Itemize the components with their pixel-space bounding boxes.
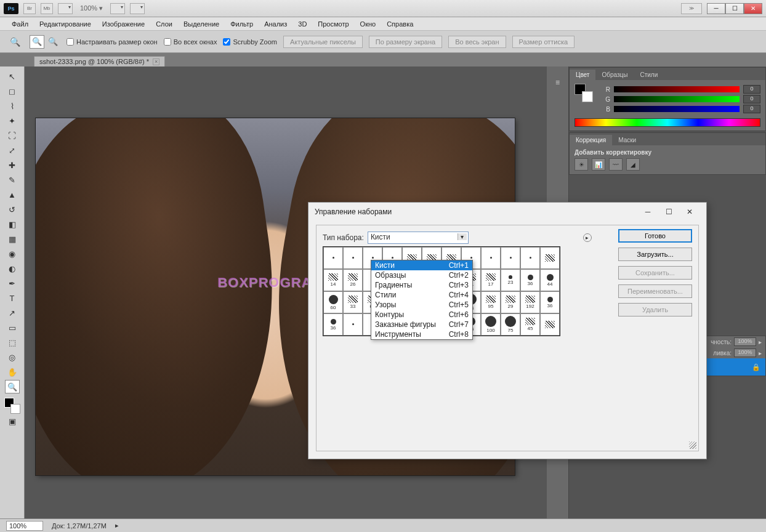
path-select-tool[interactable]: ↗ [5,306,20,320]
heal-tool[interactable]: ✚ [5,158,20,172]
eraser-tool[interactable]: ◧ [5,217,20,231]
dialog-maximize-icon[interactable]: ☐ [658,204,679,219]
brush-preset[interactable] [343,247,363,269]
collapse-icon[interactable]: ≫ [681,3,702,14]
delete-button[interactable]: Удалить [618,303,692,316]
brush-preset[interactable] [481,247,501,269]
rename-button[interactable]: Переименовать... [618,284,692,298]
brush-preset[interactable] [540,247,560,269]
fill-value[interactable]: 100% [734,349,756,357]
g-value[interactable]: 0 [743,95,760,103]
maximize-button[interactable]: ☐ [725,3,744,14]
load-button[interactable]: Загрузить... [618,248,692,261]
hand-tool[interactable]: ✋ [5,365,20,379]
menu-view[interactable]: Просмотр [312,18,354,30]
fit-screen-button[interactable]: По размеру экрана [369,36,442,48]
brush-preset[interactable]: 75 [501,313,520,336]
zoom-in-icon[interactable]: 🔍 [30,35,44,49]
opacity-value[interactable]: 100% [734,337,756,346]
minimize-button[interactable]: ─ [707,3,725,14]
crop-tool[interactable]: ⛶ [5,129,20,142]
tab-masks[interactable]: Маски [612,135,642,145]
brush-preset[interactable]: 26 [343,269,363,291]
menu-file[interactable]: Файл [6,18,34,30]
menu-help[interactable]: Справка [381,18,419,30]
stamp-tool[interactable]: ▲ [5,188,20,201]
scrubby-zoom-check[interactable]: Scrubby Zoom [223,38,277,46]
tab-color[interactable]: Цвет [570,70,595,80]
menu-3d[interactable]: 3D [292,18,312,30]
brush-preset[interactable]: 14 [323,269,343,291]
b-value[interactable]: 0 [743,105,760,113]
g-slider[interactable] [614,96,740,102]
quickmask-tool[interactable]: ▣ [5,414,20,428]
dropdown-item[interactable]: КонтурыCtrl+6 [371,310,472,320]
brush-preset[interactable]: 44 [540,269,560,291]
brush-preset[interactable]: 33 [343,291,363,313]
menu-image[interactable]: Изображение [97,18,150,30]
brush-preset[interactable] [520,247,540,269]
3d-camera-tool[interactable]: ◎ [5,350,20,364]
dialog-minimize-icon[interactable]: ─ [637,204,658,219]
color-swatches[interactable] [4,398,20,414]
dialog-close-icon[interactable]: ✕ [679,204,700,219]
blur-tool[interactable]: ◉ [5,247,20,260]
dropdown-item[interactable]: ОбразцыCtrl+2 [371,270,472,280]
lasso-tool[interactable]: ⌇ [5,99,20,113]
tab-adjustments[interactable]: Коррекция [570,135,612,145]
status-arrow-icon[interactable]: ▸ [115,522,119,530]
document-tab[interactable]: sshot-2333.png @ 100% (RGB/8#) * × [34,56,165,66]
dodge-tool[interactable]: ◐ [5,262,20,275]
menu-window[interactable]: Окно [355,18,382,30]
dropdown-item[interactable]: ГрадиентыCtrl+3 [371,280,472,290]
brush-preset[interactable]: 23 [501,269,520,291]
curves-icon[interactable]: 〰 [609,158,623,171]
3d-tool[interactable]: ⬚ [5,336,20,349]
r-value[interactable]: 0 [743,85,760,94]
brightness-icon[interactable]: ☀ [574,158,588,171]
brush-preset[interactable] [540,313,560,336]
brush-preset[interactable]: 60 [323,291,343,313]
close-tab-icon[interactable]: × [153,58,159,65]
history-brush-tool[interactable]: ↺ [5,203,20,216]
save-button[interactable]: Сохранить... [618,266,692,280]
brush-preset[interactable]: 36 [540,291,560,313]
dropdown-item[interactable]: УзорыCtrl+5 [371,300,472,310]
menu-edit[interactable]: Редактирование [34,18,97,30]
dropdown-item[interactable]: КистиCtrl+1 [371,260,472,270]
brush-preset[interactable]: 45 [520,313,540,336]
status-zoom[interactable]: 100% [6,521,43,531]
type-tool[interactable]: T [5,291,20,305]
dropdown-item[interactable]: Заказные фигурыCtrl+7 [371,320,472,329]
arrange-dropdown[interactable] [130,3,145,14]
menu-layer[interactable]: Слои [150,18,178,30]
fill-screen-button[interactable]: Во весь экран [448,36,506,48]
bridge-icon[interactable]: Br [23,3,36,14]
exposure-icon[interactable]: ◢ [626,158,640,171]
dropdown-item[interactable]: СтилиCtrl+4 [371,290,472,300]
screen-mode-dropdown[interactable] [110,3,125,14]
zoom-level[interactable]: 100% ▾ [78,4,105,12]
brush-preset[interactable] [323,247,343,269]
close-button[interactable]: ✕ [744,3,762,14]
done-button[interactable]: Готово [618,229,692,243]
dropdown-item[interactable]: ИнструментыCtrl+8 [371,329,472,339]
resize-windows-check[interactable]: Настраивать размер окон [67,38,158,46]
brush-tool[interactable]: ✎ [5,173,20,187]
flyout-menu-icon[interactable]: ▸ [583,233,592,242]
zoom-tool[interactable]: 🔍 [5,380,20,393]
view-grid-dropdown[interactable] [58,3,73,14]
print-size-button[interactable]: Размер оттиска [512,36,575,48]
brush-preset[interactable]: 29 [501,291,520,313]
tab-swatches[interactable]: Образцы [595,70,634,80]
gradient-tool[interactable]: ▦ [5,232,20,246]
wand-tool[interactable]: ✦ [5,114,20,127]
menu-filter[interactable]: Фильтр [225,18,259,30]
menu-analysis[interactable]: Анализ [259,18,292,30]
minibridge-icon[interactable]: Mb [41,3,53,14]
brush-preset[interactable] [343,313,363,336]
color-swatch-pair[interactable] [574,84,593,102]
preset-type-select[interactable]: Кисти [368,232,469,244]
shape-tool[interactable]: ▭ [5,321,20,334]
spectrum-bar[interactable] [574,118,760,127]
